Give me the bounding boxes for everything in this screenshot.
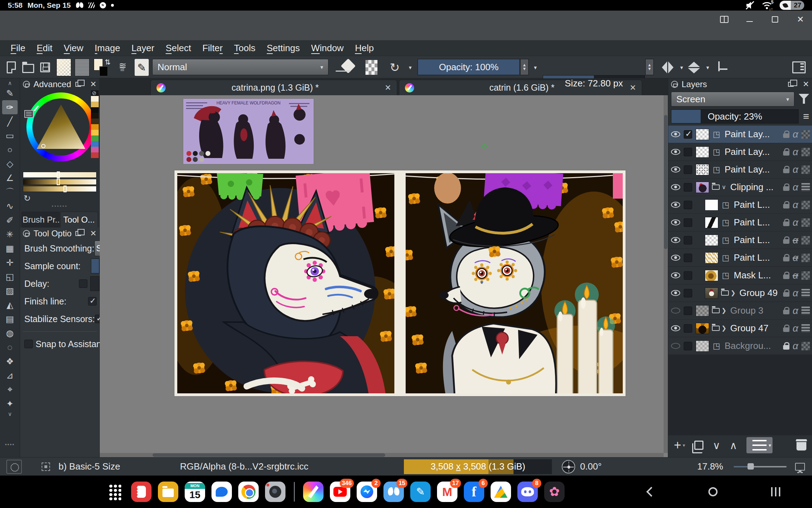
layer-checkbox[interactable] [684,271,692,280]
nav-back-button[interactable] [646,487,656,497]
open-document-button[interactable] [20,59,36,76]
lightness-strip-1[interactable] [23,172,97,178]
menu-settings[interactable]: Settings [261,43,306,54]
reference-images-tool[interactable]: ✦ [2,397,18,411]
bluesky-app-icon[interactable]: 15 [383,482,404,502]
size-spinner[interactable]: ▲▼ [645,59,654,75]
camera-app-icon[interactable] [265,482,285,502]
youtube-app-icon[interactable]: 346 [330,482,350,502]
assistants-tool[interactable]: ⊿ [2,368,18,382]
layer-lock-icon[interactable] [783,222,789,226]
selection-mode-icon[interactable] [42,462,50,471]
layer-row[interactable]: ◳ Paint L... α [668,231,812,249]
nav-home-button[interactable] [708,487,718,496]
layer-visibility-eye-icon[interactable] [671,184,680,190]
layer-lock-icon[interactable] [783,186,789,191]
menu-view[interactable]: View [58,43,89,54]
history-swatch-0[interactable] [91,96,99,102]
layer-visibility-eye-icon[interactable] [671,325,680,331]
layer-alpha-icon[interactable]: α [793,341,798,351]
save-button[interactable] [38,59,52,76]
selection-display-icon[interactable] [6,460,22,474]
calendar-app-icon[interactable]: MON15 [185,482,205,502]
mirror-horizontal-button[interactable] [662,59,673,76]
mirror-vertical-button[interactable] [688,59,700,76]
messenger-app-icon[interactable]: 2 [357,482,377,502]
toolbox-scroll-up[interactable]: ∧ [8,80,12,86]
history-swatch-6[interactable] [91,130,99,135]
layer-row[interactable]: ◳ Paint Lay... α [668,161,812,178]
layer-visibility-eye-icon[interactable] [671,167,680,173]
layer-alpha-icon[interactable]: α [793,323,798,333]
mirror-horizontal-dropdown[interactable]: ▾ [677,59,683,76]
layer-row[interactable]: ◳ Paint L... α [668,196,812,213]
layer-row[interactable]: ∨ Clipping ... α [668,179,812,196]
layer-alpha-icon[interactable]: α [793,271,798,280]
float-docker-icon[interactable] [788,82,794,87]
close-docker-icon[interactable]: ✕ [90,229,97,238]
docker-lock-icon[interactable] [671,81,678,88]
reload-dropdown-arrow[interactable]: ▾ [405,59,412,76]
layer-lock-icon[interactable] [783,151,789,156]
new-document-button[interactable] [4,59,18,76]
gallery-flower-app-icon[interactable]: ✿ [544,482,565,502]
duplicate-layer-button[interactable] [694,441,703,450]
layer-row[interactable]: ◳ Paint L... α [668,249,812,266]
layer-checkbox[interactable] [684,165,692,174]
ellipse-tool[interactable]: ○ [2,143,18,157]
gradient-tool[interactable]: ▨ [2,284,18,298]
canvas-artwork[interactable] [174,170,626,396]
snap-to-assistants-checkbox[interactable] [24,340,33,348]
maximize-button[interactable] [770,14,780,25]
history-swatch-9[interactable] [91,147,99,152]
gmail-app-icon[interactable]: M17 [437,482,457,502]
layer-checkbox[interactable] [684,183,692,192]
move-layer-down-button[interactable]: ∨ [713,439,720,452]
delay-spinbox[interactable] [90,276,99,291]
toolbox-scroll-down[interactable]: ∨ [8,411,12,417]
color-picker-handle[interactable] [41,144,45,148]
choose-workspace-button[interactable] [792,59,806,76]
layer-expand-chevron[interactable]: ❯ [720,307,727,314]
close-docker-icon[interactable]: ✕ [90,80,97,89]
layer-visibility-eye-icon[interactable] [671,219,680,225]
selector-settings-icon[interactable] [24,110,33,118]
layer-row[interactable]: ◳ Backgrou... α [668,337,812,355]
gradient-chooser[interactable] [56,59,71,76]
layer-visibility-eye-icon[interactable] [671,343,680,349]
move-layer-up-button[interactable]: ∧ [730,439,737,452]
trim-to-image-button[interactable] [715,59,727,76]
brush-editor-button[interactable]: ✎ [135,59,149,76]
fill-tool[interactable]: ◍ [2,326,18,340]
canvas-vertical-scrollbar[interactable] [664,95,668,453]
canvas-rotation-icon[interactable] [562,460,575,473]
history-swatch-10[interactable] [91,152,99,158]
layer-visibility-eye-icon[interactable] [671,202,680,208]
layer-opacity-slider[interactable]: Opacity: 23% [671,109,799,123]
layer-alpha-icon[interactable]: α [793,288,798,298]
samsung-notes-app-icon[interactable] [131,482,152,502]
reload-preset-button[interactable]: ↻ [387,59,402,76]
mirror-vertical-dropdown[interactable]: ▾ [703,59,709,76]
layer-blending-mode-dropdown[interactable]: Screen▾ [671,92,794,107]
layer-alpha-icon[interactable]: α [793,129,798,139]
layer-lock-icon[interactable] [783,327,789,332]
layer-checkbox[interactable] [684,307,692,315]
split-window-button[interactable] [719,14,730,25]
facebook-app-icon[interactable]: f6 [464,482,484,502]
layer-checkbox[interactable] [684,324,692,333]
menu-window[interactable]: Window [306,43,349,54]
zoom-slider[interactable] [734,466,787,467]
layer-checkbox[interactable] [684,148,692,156]
layer-row[interactable]: ❯ Group 3 α [668,302,812,319]
layer-alpha-icon[interactable]: α [793,306,798,316]
menu-filter[interactable]: Filter [197,43,228,54]
menu-image[interactable]: Image [89,43,126,54]
layer-expand-chevron[interactable]: ∨ [720,183,727,191]
minimize-button[interactable] [744,14,755,25]
finish-line-checkbox[interactable] [88,297,97,306]
app-drawer-app-icon[interactable] [104,482,125,502]
opacity-spinner[interactable]: ▲▼ [520,59,529,75]
discord-app-icon[interactable]: 8 [517,482,538,502]
polyline-tool[interactable]: ∠ [2,171,18,185]
